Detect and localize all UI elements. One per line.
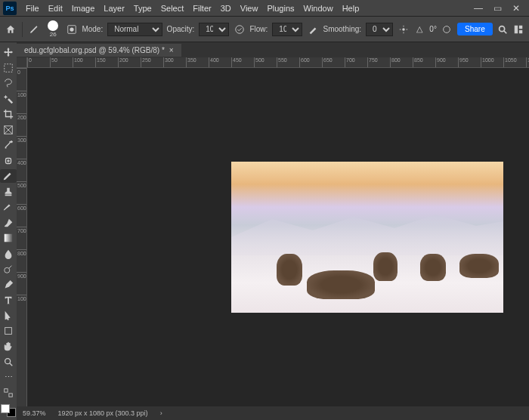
- canvas-image: [231, 162, 503, 313]
- document-dimensions: 1920 px x 1080 px (300.3 ppi): [58, 409, 148, 417]
- lasso-tool[interactable]: [0, 76, 17, 90]
- zoom-tool[interactable]: [0, 355, 17, 369]
- share-button[interactable]: Share: [457, 23, 493, 36]
- menu-file[interactable]: File: [21, 2, 44, 15]
- ruler-tick: 650: [322, 57, 345, 67]
- ruler-tick: 950: [458, 57, 481, 67]
- history-brush-tool[interactable]: [0, 200, 17, 214]
- tools-panel: ⋯: [0, 42, 17, 420]
- frame-tool[interactable]: [0, 122, 17, 136]
- ruler-tick: 1000: [17, 295, 26, 317]
- foreground-color[interactable]: [1, 404, 10, 413]
- tab-close-icon[interactable]: ×: [169, 46, 174, 54]
- color-swatches[interactable]: [1, 404, 16, 417]
- ruler-tick: 1050: [503, 57, 526, 67]
- move-tool[interactable]: [0, 45, 17, 59]
- ruler-tick: 400: [209, 57, 231, 67]
- ruler-tick: 350: [186, 57, 209, 67]
- brush-tool[interactable]: [0, 169, 17, 183]
- ruler-tick: 750: [367, 57, 390, 67]
- flow-select[interactable]: 100%: [272, 23, 302, 36]
- menu-image[interactable]: Image: [67, 2, 100, 15]
- eraser-tool[interactable]: [0, 215, 17, 229]
- document-tab[interactable]: edu.gcfglobal.org.psd @ 59.4% (RGB/8) * …: [17, 44, 181, 57]
- close-icon[interactable]: ✕: [512, 3, 520, 14]
- marquee-tool[interactable]: [0, 60, 17, 74]
- ruler-tick: 0: [17, 68, 26, 91]
- ruler-tick: 800: [390, 57, 413, 67]
- ruler-origin[interactable]: [17, 57, 27, 68]
- blur-tool[interactable]: [0, 246, 17, 260]
- pen-tool[interactable]: [0, 277, 17, 291]
- smoothing-options-icon[interactable]: [398, 23, 409, 36]
- restore-icon[interactable]: ▭: [493, 3, 502, 14]
- airbrush-icon[interactable]: [307, 23, 318, 36]
- ruler-tick: 900: [17, 272, 26, 295]
- flow-label: Flow:: [249, 25, 268, 33]
- svg-rect-7: [519, 25, 522, 28]
- stamp-tool[interactable]: [0, 184, 17, 198]
- opacity-select[interactable]: 100%: [199, 23, 229, 36]
- dodge-tool[interactable]: [0, 262, 17, 276]
- path-tool[interactable]: [0, 308, 17, 322]
- zoom-level[interactable]: 59.37%: [23, 409, 46, 417]
- brush-tool-icon[interactable]: [29, 23, 40, 36]
- minimize-icon[interactable]: —: [474, 3, 483, 14]
- ruler-tick: 50: [50, 57, 73, 67]
- svg-point-3: [402, 28, 405, 31]
- home-icon[interactable]: [5, 23, 16, 36]
- healing-tool[interactable]: [0, 153, 17, 167]
- menu-filter[interactable]: Filter: [188, 2, 215, 15]
- app-logo[interactable]: Ps: [3, 2, 17, 15]
- eyedropper-tool[interactable]: [0, 138, 17, 152]
- workspace-icon[interactable]: [513, 23, 524, 36]
- ruler-tick: 0: [27, 57, 50, 67]
- menu-window[interactable]: Window: [299, 2, 338, 15]
- menu-help[interactable]: Help: [338, 2, 364, 15]
- ruler-tick: 800: [17, 249, 26, 272]
- opacity-label: Opacity:: [167, 25, 195, 33]
- angle-value: 0°: [429, 25, 437, 33]
- svg-point-15: [5, 359, 11, 364]
- ruler-tick: 300: [163, 57, 186, 67]
- pressure-size-icon[interactable]: [441, 23, 453, 36]
- edit-toolbar[interactable]: [0, 386, 17, 400]
- angle-icon[interactable]: △: [413, 23, 425, 36]
- ruler-tick: 1100: [526, 57, 529, 67]
- search-icon[interactable]: [497, 23, 509, 36]
- ruler-tick: 100: [73, 57, 95, 67]
- menu-view[interactable]: View: [236, 2, 263, 15]
- wand-tool[interactable]: [0, 91, 17, 105]
- hand-tool[interactable]: [0, 339, 17, 353]
- menu-plugins[interactable]: Plugins: [262, 2, 299, 15]
- svg-rect-8: [519, 29, 522, 32]
- svg-point-1: [70, 27, 73, 31]
- gradient-tool[interactable]: [0, 231, 17, 245]
- status-bar: 59.37% 1920 px x 1080 px (300.3 ppi) ›: [17, 406, 529, 420]
- mode-label: Mode:: [82, 25, 103, 33]
- smoothing-select[interactable]: 0%: [366, 23, 393, 36]
- pressure-opacity-icon[interactable]: [234, 23, 245, 36]
- options-bar: 26 Mode: Normal Opacity: 100% Flow: 100%…: [0, 17, 529, 42]
- menu-edit[interactable]: Edit: [44, 2, 67, 15]
- canvas[interactable]: [27, 68, 529, 406]
- ruler-tick: 300: [17, 136, 26, 159]
- vertical-ruler[interactable]: 01002003004005006007008009001000: [17, 68, 27, 406]
- brush-preview[interactable]: 26: [48, 20, 58, 38]
- shape-tool[interactable]: [0, 324, 17, 338]
- document-tabs: edu.gcfglobal.org.psd @ 59.4% (RGB/8) * …: [17, 42, 529, 57]
- menu-type[interactable]: Type: [129, 2, 156, 15]
- crop-tool[interactable]: [0, 107, 17, 121]
- more-tools[interactable]: ⋯: [0, 370, 17, 384]
- type-tool[interactable]: [0, 293, 17, 307]
- menu-3d[interactable]: 3D: [216, 2, 236, 15]
- horizontal-ruler[interactable]: 0501001502002503003504004505005506006507…: [27, 57, 529, 68]
- blend-mode-select[interactable]: Normal: [107, 23, 162, 36]
- status-chevron-icon[interactable]: ›: [160, 409, 162, 417]
- ruler-tick: 850: [413, 57, 435, 67]
- brush-settings-icon[interactable]: [66, 23, 77, 36]
- ruler-tick: 450: [231, 57, 254, 67]
- ruler-tick: 700: [17, 227, 26, 249]
- menu-select[interactable]: Select: [156, 2, 189, 15]
- menu-layer[interactable]: Layer: [99, 2, 129, 15]
